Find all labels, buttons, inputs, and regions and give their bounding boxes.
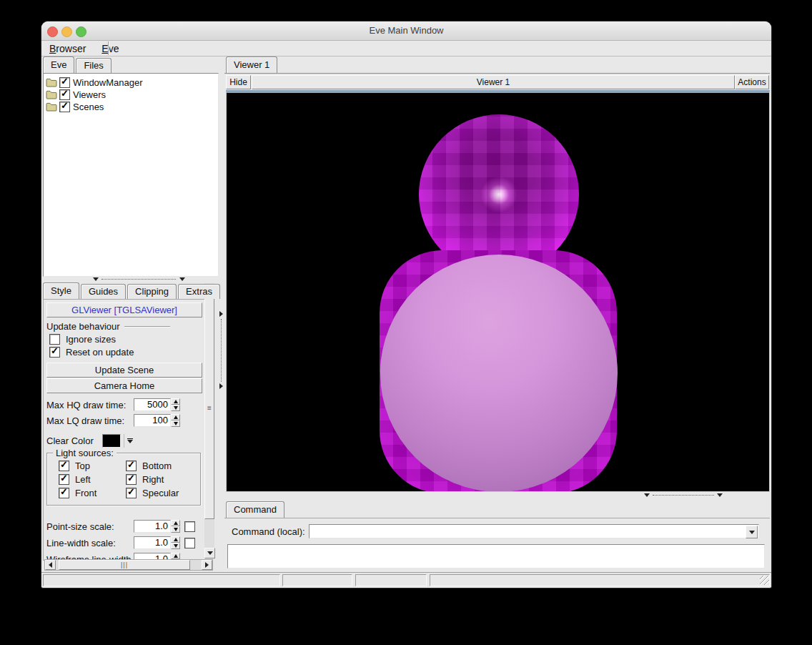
splitter-arrow-icon	[179, 277, 185, 281]
line-width-checkbox[interactable]	[184, 538, 195, 548]
viewer-command-splitter[interactable]	[226, 493, 768, 498]
vscroll-thumb[interactable]: ≡	[204, 296, 214, 519]
tab-command[interactable]: Command	[226, 501, 284, 518]
hscroll-thumb[interactable]: |||	[59, 560, 190, 570]
tab-viewer-1[interactable]: Viewer 1	[226, 56, 277, 73]
tree-checkbox[interactable]	[59, 102, 70, 112]
hide-button[interactable]: Hide	[226, 75, 251, 89]
spin-up-icon[interactable]	[171, 553, 180, 559]
light-front-checkbox[interactable]	[59, 488, 69, 498]
line-width-label: Line-width scale:	[46, 538, 134, 548]
spin-down-icon[interactable]	[171, 543, 180, 549]
command-label: Command (local):	[232, 526, 309, 537]
splitter-arrow-icon	[93, 277, 99, 281]
spin-down-icon[interactable]	[171, 420, 180, 427]
tab-style[interactable]: Style	[43, 282, 79, 299]
max-hq-spinner[interactable]: 5000	[134, 398, 180, 411]
max-lq-spinner[interactable]: 100	[134, 414, 180, 427]
line-width-value[interactable]: 1.0	[134, 536, 171, 549]
light-bottom-option[interactable]: Bottom	[126, 461, 172, 471]
glviewer-button[interactable]: GLViewer [TGLSAViewer]	[46, 302, 202, 317]
spin-up-icon[interactable]	[171, 520, 180, 526]
spin-up-icon[interactable]	[171, 536, 180, 543]
scroll-right-icon[interactable]	[202, 560, 212, 570]
splitter-arrow-icon	[219, 383, 223, 389]
spin-down-icon[interactable]	[171, 526, 180, 533]
light-specular-option[interactable]: Specular	[126, 488, 179, 498]
command-panel: Command (local):	[224, 518, 770, 570]
spin-down-icon[interactable]	[171, 405, 180, 411]
splitter-arrow-icon	[219, 311, 223, 317]
splitter-dots	[653, 495, 714, 496]
point-size-checkbox[interactable]	[184, 521, 195, 532]
tree-checkbox[interactable]	[59, 89, 70, 100]
light-sources-group: Light sources: Top Bottom Left Right Fro…	[46, 453, 201, 506]
max-lq-value[interactable]: 100	[134, 414, 171, 427]
splitter-dots	[221, 319, 222, 382]
scroll-down-icon[interactable]	[204, 548, 215, 558]
command-input[interactable]	[309, 524, 759, 538]
light-right-checkbox[interactable]	[126, 474, 137, 485]
title-bar[interactable]: Eve Main Window	[41, 21, 771, 41]
light-left-option[interactable]: Left	[59, 474, 91, 485]
update-scene-button[interactable]: Update Scene	[46, 363, 202, 378]
tree-item-scenes[interactable]: Scenes	[46, 101, 218, 113]
actions-button[interactable]: Actions	[735, 75, 769, 89]
splitter-dots	[102, 279, 176, 280]
combo-dropdown-icon[interactable]	[746, 526, 758, 538]
clear-color-row: Clear Color	[46, 434, 136, 448]
command-combobox[interactable]	[309, 524, 759, 538]
clear-color-swatch[interactable]	[102, 434, 121, 448]
ignore-sizes-option[interactable]: Ignore sizes	[49, 334, 116, 345]
style-panel-vscrollbar[interactable]: ≡	[204, 283, 214, 559]
line-width-spinner[interactable]: 1.0	[134, 536, 180, 549]
light-top-checkbox[interactable]	[59, 461, 69, 471]
tree-item-windowmanager[interactable]: WindowManager	[46, 77, 218, 89]
reset-on-update-option[interactable]: Reset on update	[49, 347, 134, 358]
folder-icon	[46, 78, 57, 87]
spin-up-icon[interactable]	[171, 398, 180, 405]
vertical-splitter[interactable]	[218, 57, 224, 569]
camera-home-button[interactable]: Camera Home	[46, 378, 202, 393]
tab-eve[interactable]: Eve	[43, 56, 74, 73]
tab-files[interactable]: Files	[76, 58, 111, 73]
command-output[interactable]	[227, 544, 765, 568]
style-panel-hscrollbar[interactable]: |||	[44, 559, 213, 571]
spin-up-icon[interactable]	[171, 414, 180, 420]
point-size-value[interactable]: 1.0	[134, 520, 171, 533]
scroll-left-icon[interactable]	[45, 560, 56, 570]
light-right-option[interactable]: Right	[126, 474, 164, 485]
light-bottom-checkbox[interactable]	[126, 461, 137, 471]
status-segment	[355, 574, 427, 586]
reset-on-update-checkbox[interactable]	[49, 347, 60, 358]
max-hq-value[interactable]: 5000	[134, 398, 171, 411]
gl-viewport[interactable]	[226, 90, 770, 492]
light-right-label: Right	[142, 474, 164, 485]
point-size-spinner[interactable]: 1.0	[134, 520, 180, 533]
status-segment	[43, 574, 280, 586]
max-hq-row: Max HQ draw time: 5000	[46, 398, 180, 411]
tab-extras[interactable]: Extras	[178, 284, 220, 299]
viewer-title-bar[interactable]: Viewer 1	[252, 75, 735, 89]
light-specular-checkbox[interactable]	[126, 488, 137, 498]
point-size-row: Point-size scale: 1.0	[46, 520, 195, 533]
tree-item-viewers[interactable]: Viewers	[46, 89, 218, 101]
tab-clipping[interactable]: Clipping	[127, 284, 177, 299]
horizontal-splitter[interactable]	[43, 277, 217, 282]
tree-checkbox[interactable]	[59, 77, 70, 88]
menu-bar: Browser Eve	[41, 41, 771, 56]
resize-grip-icon[interactable]	[760, 576, 769, 585]
viewer-toolbar: Hide Viewer 1 Actions	[224, 73, 770, 91]
style-tabs: Style Guides Clipping Extras	[43, 283, 222, 299]
status-bar	[41, 572, 771, 587]
tree-item-label: Scenes	[73, 102, 104, 112]
menu-browser[interactable]: Browser	[41, 43, 94, 54]
splitter-arrow-icon	[644, 493, 650, 497]
light-left-checkbox[interactable]	[59, 474, 69, 485]
ignore-sizes-checkbox[interactable]	[49, 334, 60, 345]
light-top-option[interactable]: Top	[59, 461, 90, 471]
tab-guides[interactable]: Guides	[81, 284, 126, 299]
clear-color-dropdown[interactable]	[124, 434, 136, 448]
menu-eve[interactable]: Eve	[94, 43, 127, 54]
light-front-option[interactable]: Front	[59, 488, 96, 498]
